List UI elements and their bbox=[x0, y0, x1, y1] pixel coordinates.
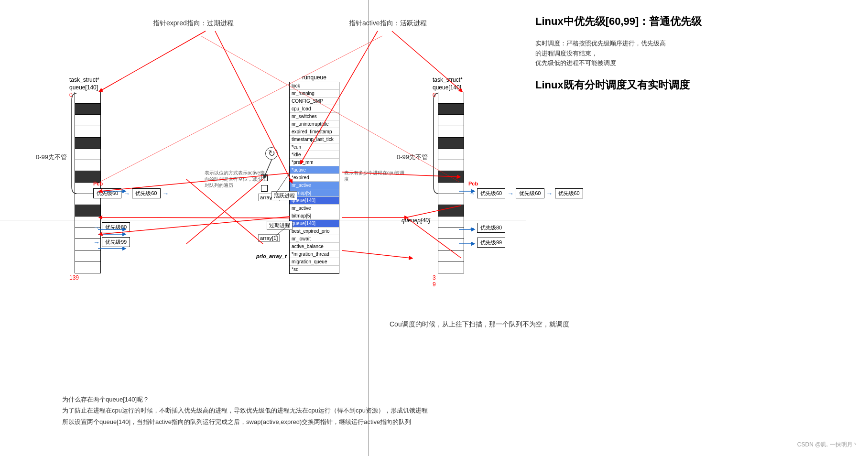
rq-nr-iowait: nr_iowait bbox=[290, 235, 339, 243]
right-pcb-box1: 优先级60 bbox=[477, 188, 505, 198]
rq-nr-running: nr_running bbox=[290, 90, 339, 98]
active-process-label: 活跃进程 bbox=[271, 191, 297, 200]
right-zero-label: 0 bbox=[433, 92, 436, 98]
rq-migration-thread: *migration_thread bbox=[290, 250, 339, 258]
annotation-active: 指针active指向：活跃进程 bbox=[349, 19, 427, 28]
right-pcb-chain2: → 优先级80 bbox=[468, 223, 505, 233]
right-queue-box bbox=[438, 92, 464, 273]
right-arrow3: → bbox=[546, 190, 553, 197]
right-struct-label2: queue[140] bbox=[433, 84, 464, 91]
right-pcb-box3: 优先级60 bbox=[555, 188, 583, 198]
left-pcb-box3: 优先级80 bbox=[102, 222, 130, 232]
rq-bitmap2: bitmap[5] bbox=[290, 212, 339, 220]
rq-idle: *idle bbox=[290, 151, 339, 159]
bottom-text: 为什么存在两个queue[140]呢？ 为了防止在进程在cpu运行的时候，不断插… bbox=[62, 394, 428, 427]
left-zero-label: 0 bbox=[69, 92, 73, 98]
svg-line-26 bbox=[186, 179, 263, 244]
diag-note2: 表示有多少个进程在cpu被调度 bbox=[344, 170, 406, 182]
rq-nr-active2: nr_active bbox=[290, 205, 339, 212]
bottom-line3: 所以设置两个queue[140]，当指针active指向的队列运行完成之后，sw… bbox=[62, 416, 428, 427]
csdn-watermark: CSDN @叽. 一抹明月丶 bbox=[797, 441, 858, 449]
bottom-line2: 为了防止在进程在cpu运行的时候，不断插入优先级高的进程，导致优先级低的进程无法… bbox=[62, 405, 428, 416]
right-arrow5: → bbox=[468, 239, 475, 247]
cpu-scan-note: Cou调度的时候，从上往下扫描，那一个队列不为空，就调度 bbox=[390, 320, 569, 329]
svg-line-22 bbox=[100, 36, 382, 182]
svg-line-24 bbox=[342, 250, 411, 258]
rq-active-balance: active_balance bbox=[290, 243, 339, 250]
rq-config-smp: CONFIG_SMP bbox=[290, 98, 339, 105]
rq-nr-uninterruptible: nr_uninterruptible bbox=[290, 120, 339, 128]
right-task-struct: task_struct* queue[140] 0 bbox=[433, 76, 464, 288]
queuep-label: queuep[40] bbox=[401, 217, 430, 224]
rq-expired-timestamp: expired_timestamp bbox=[290, 128, 339, 136]
right-pcb-box2: 优先级60 bbox=[516, 188, 544, 198]
left-pcb: Pcb 优先级60 → 优先级60 → → 优先级80 → 优先级99 bbox=[93, 181, 169, 250]
runqueue-label: runqueue bbox=[289, 74, 339, 81]
right-pcb-lower: → 优先级80 → 优先级99 bbox=[468, 223, 505, 250]
prio-array-label: prio_array_t bbox=[256, 253, 287, 259]
runqueue-container: runqueue lock nr_running CONFIG_SMP cpu_… bbox=[289, 74, 339, 274]
left-arrow3: → bbox=[93, 224, 100, 231]
diag-note1: 表示以位的方式表示active指向的队列是否有空位，减少了对队列的遍历 bbox=[205, 170, 267, 188]
right-info-title2: Linux既有分时调度又有实时调度 bbox=[535, 78, 851, 93]
rq-cpu-load: cpu_load bbox=[290, 105, 339, 113]
rq-nr-active1: nr_active bbox=[290, 182, 339, 189]
svg-line-4 bbox=[215, 31, 292, 182]
right-39-label: 39 bbox=[433, 274, 464, 288]
right-pcb-box4: 优先级80 bbox=[477, 223, 505, 233]
right-pcb-chain3: → 优先级99 bbox=[468, 238, 505, 248]
left-arrow1: → bbox=[123, 190, 130, 197]
right-pcb-chain1: → 优先级60 → 优先级60 → 优先级60 bbox=[468, 188, 583, 198]
rq-migration-queue: migration_queue bbox=[290, 258, 339, 266]
left-struct-label1: task_struct* bbox=[69, 76, 101, 83]
rq-best-expired: best_expired_prio bbox=[290, 228, 339, 235]
left-pcb-chain3: → 优先级99 bbox=[93, 237, 169, 247]
right-info-title: Linux中优先级[60,99]：普通优先级 bbox=[535, 14, 851, 29]
rq-active: *active bbox=[290, 166, 339, 174]
rq-lock: lock bbox=[290, 82, 339, 90]
left-pcb-box4: 优先级99 bbox=[102, 237, 130, 247]
bottom-line1: 为什么存在两个queue[140]呢？ bbox=[62, 394, 428, 405]
left-pcb-chain1: 优先级60 → 优先级60 → bbox=[93, 188, 169, 198]
array1-label: array[1] bbox=[258, 234, 280, 242]
left-pcb-box1: 优先级60 bbox=[93, 188, 121, 198]
left-139-label: 139 bbox=[69, 274, 101, 281]
right-pcb-box5: 优先级99 bbox=[477, 238, 505, 248]
left-struct-label2: queue[140] bbox=[69, 84, 101, 91]
right-info-realtime: 实时调度：严格按照优先级顺序进行，优先级高的进程调度没有结束，优先级低的进程不可… bbox=[535, 39, 851, 68]
right-arrow4: → bbox=[468, 224, 475, 232]
svg-line-25 bbox=[186, 179, 263, 244]
left-pcb-chain2: → 优先级80 bbox=[93, 222, 169, 232]
rq-nr-switches: nr_switches bbox=[290, 113, 339, 120]
right-arrow2: → bbox=[507, 190, 514, 197]
right-pcb-upper: Pcb → 优先级60 → 优先级60 → 优先级60 bbox=[468, 181, 583, 201]
vertical-divider bbox=[368, 0, 369, 456]
right-zero99: 0-99先不管 bbox=[397, 153, 428, 162]
expired-process-label: 过期进程 bbox=[267, 221, 293, 230]
rq-curr: *curr bbox=[290, 143, 339, 151]
refresh-icon: ↻ bbox=[265, 147, 278, 160]
svg-line-3 bbox=[100, 31, 206, 91]
right-pcb-label: Pcb bbox=[468, 181, 583, 186]
right-arrow1: → bbox=[468, 190, 475, 197]
runqueue-box: lock nr_running CONFIG_SMP cpu_load nr_s… bbox=[289, 82, 339, 274]
left-arrow4: → bbox=[93, 239, 100, 246]
rq-queue2: queue[140] bbox=[290, 220, 339, 228]
main-canvas: 指针expred指向：过期进程 指针active指向：活跃进程 Linux中优先… bbox=[0, 0, 868, 456]
left-task-struct: task_struct* queue[140] 0 bbox=[69, 76, 101, 281]
rq-sd: *sd bbox=[290, 266, 339, 273]
left-pcb-label: Pcb bbox=[93, 181, 169, 186]
right-info-panel: Linux中优先级[60,99]：普通优先级 实时调度：严格按照优先级顺序进行，… bbox=[535, 14, 851, 93]
rq-expired: *expired bbox=[290, 174, 339, 182]
left-zero99: 0-99先不管 bbox=[36, 153, 67, 162]
rq-timestamp-last-tick: timestamp_last_tick bbox=[290, 136, 339, 143]
left-arrow2: → bbox=[163, 190, 169, 197]
rq-prev-mm: *prev_mm bbox=[290, 159, 339, 166]
right-struct-label1: task_struct* bbox=[433, 76, 464, 83]
annotation-expired: 指针expred指向：过期进程 bbox=[153, 19, 234, 28]
left-pcb-box2: 优先级60 bbox=[132, 188, 160, 198]
